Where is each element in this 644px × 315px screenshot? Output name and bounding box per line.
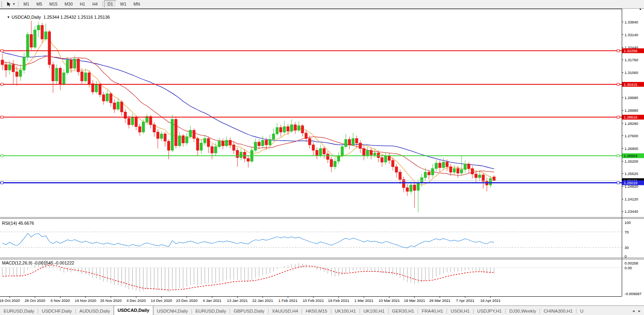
bear-candle <box>167 141 170 150</box>
bear-candle <box>149 117 152 125</box>
chart-cursor-tool[interactable]: ▼ <box>6 1 16 7</box>
level-price-tag-text: 1.25019 <box>624 181 637 185</box>
bull-candle <box>431 169 434 175</box>
bear-candle <box>247 159 249 161</box>
chart-tab-uk100-h1[interactable]: UK100,H1 <box>360 307 388 315</box>
rsi-axis-label: 70 <box>625 230 629 234</box>
bear-candle <box>139 126 141 132</box>
macd-pane[interactable] <box>0 259 622 292</box>
toolbar-grip[interactable] <box>1 2 4 7</box>
bear-candle <box>12 64 14 72</box>
bear-candle <box>5 64 7 70</box>
bear-candle <box>157 132 159 138</box>
chart-tab-ger30-h1[interactable]: GER30,H1 <box>389 307 418 315</box>
timeframe-button-m1[interactable]: M1 <box>20 0 33 8</box>
tab-scroll-right-icon[interactable]: ▸ <box>636 308 642 314</box>
bear-candle <box>70 60 72 68</box>
chart-tab-fra40-h1[interactable]: FRA40,H1 <box>418 307 447 315</box>
line-handle-marker[interactable] <box>1 182 3 184</box>
line-handle-marker[interactable] <box>1 116 3 119</box>
bull-candle <box>19 70 21 76</box>
main-price-pane[interactable] <box>0 21 622 212</box>
chart-tab-usoil-h1[interactable]: USOil,H1 <box>447 307 473 315</box>
bull-candle <box>464 164 466 169</box>
bull-candle <box>460 169 463 173</box>
line-handle-marker[interactable] <box>617 50 619 52</box>
chevron-down-icon: ▼ <box>12 2 15 6</box>
chart-tab-u[interactable]: U <box>576 307 587 315</box>
bear-candle <box>77 59 79 72</box>
date-tick-label: 4 Jan 2021 <box>203 298 221 303</box>
bull-candle <box>34 30 36 47</box>
rsi-pane[interactable] <box>0 232 622 248</box>
bear-candle <box>305 133 307 138</box>
date-tick-label: 13 Jan 2021 <box>227 298 248 303</box>
bull-candle <box>84 73 87 81</box>
bear-candle <box>482 175 484 181</box>
chart-context-arrow-icon[interactable]: ▼ <box>7 16 10 19</box>
bear-candle <box>48 32 50 65</box>
bull-candle <box>203 138 206 143</box>
timeframe-button-m15[interactable]: M15 <box>46 0 61 8</box>
price-tick-label: 1.23440 <box>625 209 638 214</box>
bear-candle <box>120 102 123 112</box>
bear-candle <box>280 128 282 132</box>
chart-tab-usdcnh-daily[interactable]: USDCNH,Daily <box>153 307 191 315</box>
bear-candle <box>182 136 184 143</box>
bear-candle <box>88 73 90 84</box>
date-tick-label: 4 Dec 2020 <box>126 298 146 303</box>
timeframe-button-mn[interactable]: MN <box>130 0 143 8</box>
date-tick-label: 10 Mar 2021 <box>379 298 400 303</box>
chart-tab-audusd-daily[interactable]: AUDUSD,Daily <box>76 307 114 315</box>
line-handle-marker[interactable] <box>617 116 619 119</box>
rsi-axis-label: 0 <box>625 254 627 259</box>
price-tick-label: 1.26900 <box>625 146 638 151</box>
bull-candle <box>384 156 387 162</box>
bear-candle <box>99 85 101 95</box>
price-tick-label: 1.28280 <box>625 121 638 126</box>
bull-candle <box>66 60 69 73</box>
level-price-tag-text: 1.26503 <box>624 154 637 158</box>
bear-candle <box>301 126 304 133</box>
chart-tab-hk50-m15[interactable]: HK50,M15 <box>302 307 331 315</box>
timeframe-button-w1[interactable]: W1 <box>116 0 130 8</box>
bear-candle <box>388 156 391 161</box>
chart-tab-gbpusd-daily[interactable]: GBPUSD,Daily <box>230 307 268 315</box>
bull-candle <box>283 126 286 132</box>
chart-canvas[interactable]: 1.338401.331401.324401.317601.310601.296… <box>0 0 644 305</box>
macd-axis-label: -0.009687 <box>625 292 642 296</box>
chart-tab-eurusd-daily[interactable]: EURUSD,Daily <box>0 307 38 315</box>
bear-candle <box>211 147 213 153</box>
bear-candle <box>128 119 130 125</box>
timeframe-button-h1[interactable]: H1 <box>76 0 89 8</box>
line-handle-marker[interactable] <box>1 50 3 52</box>
bear-candle <box>356 138 358 143</box>
bear-candle <box>193 130 195 138</box>
bull-candle <box>254 142 257 150</box>
bull-candle <box>272 134 275 140</box>
bear-candle <box>1 60 4 65</box>
chart-tab-xauusd-h4[interactable]: XAUUSD,H4 <box>269 307 302 315</box>
timeframe-button-h4[interactable]: H4 <box>89 0 101 8</box>
chart-tab-china300-h1[interactable]: CHINA300,H1 <box>540 307 576 315</box>
line-handle-marker[interactable] <box>617 83 619 86</box>
chart-tab-usdchf-daily[interactable]: USDCHF,Daily <box>38 307 75 315</box>
bull-candle <box>261 140 264 146</box>
timeframe-button-m5[interactable]: M5 <box>33 0 46 8</box>
line-handle-marker[interactable] <box>617 182 619 184</box>
chart-tab-eurusd-daily[interactable]: EURUSD,Daily <box>192 307 230 315</box>
line-handle-marker[interactable] <box>617 155 619 157</box>
chart-tab-usdcad-daily[interactable]: USDCAD,Daily <box>114 306 153 315</box>
chart-tab-uk100-h1[interactable]: UK100,H1 <box>331 307 360 315</box>
macd-indicator-label: MACD(12,26,9) -0.001545 -0.001222 <box>2 261 74 265</box>
chart-tabs: EURUSD,DailyUSDCHF,DailyAUDUSD,DailyUSDC… <box>0 306 629 315</box>
timeframe-button-m30[interactable]: M30 <box>61 0 76 8</box>
bull-candle <box>44 32 47 39</box>
bear-candle <box>381 158 383 162</box>
line-handle-marker[interactable] <box>1 83 3 86</box>
timeframe-button-d1[interactable]: D1 <box>104 0 116 8</box>
chart-tab-usdjpy-h1[interactable]: USDJPY,H1 <box>474 307 505 315</box>
chart-tab-dj30-weekly[interactable]: DJ30,Weekly <box>506 307 540 315</box>
tab-scroll-left-icon[interactable]: ◂ <box>630 308 636 314</box>
line-handle-marker[interactable] <box>1 155 3 157</box>
